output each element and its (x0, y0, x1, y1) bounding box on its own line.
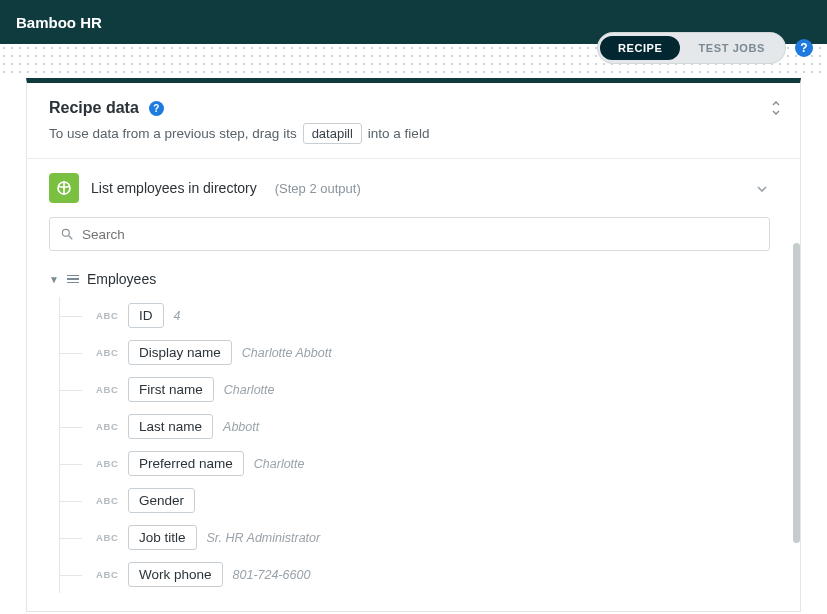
field-row: ABCGender (96, 482, 778, 519)
panel-body: List employees in directory (Step 2 outp… (27, 159, 800, 611)
panel-sub-post: into a field (368, 126, 430, 141)
view-switch: RECIPE TEST JOBS (598, 33, 785, 63)
app-title: Bamboo HR (16, 14, 102, 31)
datapill-chip: datapill (303, 123, 362, 144)
datapill[interactable]: Gender (128, 488, 195, 513)
field-row: ABCFirst nameCharlotte (96, 371, 778, 408)
bamboo-connector-icon (49, 173, 79, 203)
recipe-data-panel: Recipe data ? To use data from a previou… (26, 78, 801, 612)
tab-test-jobs[interactable]: TEST JOBS (680, 36, 783, 60)
field-sample-value: Sr. HR Administrator (207, 531, 321, 545)
field-row: ABCDisplay nameCharlotte Abbott (96, 334, 778, 371)
field-row: ABCLast nameAbbott (96, 408, 778, 445)
list-icon (67, 275, 79, 284)
field-type-label: ABC (96, 421, 118, 432)
search-input[interactable] (82, 227, 759, 242)
field-type-label: ABC (96, 532, 118, 543)
field-sample-value: Abbott (223, 420, 259, 434)
field-type-label: ABC (96, 495, 118, 506)
datapill[interactable]: Display name (128, 340, 232, 365)
field-row: ABCJob titleSr. HR Administrator (96, 519, 778, 556)
tree-root-label: Employees (87, 271, 156, 287)
step-row[interactable]: List employees in directory (Step 2 outp… (27, 159, 800, 213)
datapill[interactable]: Preferred name (128, 451, 244, 476)
field-type-label: ABC (96, 569, 118, 580)
panel-header: Recipe data ? To use data from a previou… (27, 83, 800, 159)
field-type-label: ABC (96, 458, 118, 469)
panel-sub-pre: To use data from a previous step, drag i… (49, 126, 297, 141)
search-input-wrap[interactable] (49, 217, 770, 251)
tree-children: ABCID4ABCDisplay nameCharlotte AbbottABC… (59, 297, 778, 593)
field-sample-value: 4 (174, 309, 181, 323)
scrollbar[interactable] (793, 243, 800, 543)
step-output-tag: (Step 2 output) (275, 181, 361, 196)
field-type-label: ABC (96, 384, 118, 395)
datapill[interactable]: Work phone (128, 562, 223, 587)
field-row: ABCWork phone801-724-6600 (96, 556, 778, 593)
field-row: ABCPreferred nameCharlotte (96, 445, 778, 482)
help-icon[interactable]: ? (795, 39, 813, 57)
chevron-down-icon[interactable] (756, 181, 778, 196)
panel-subtitle: To use data from a previous step, drag i… (49, 123, 778, 144)
panel-title: Recipe data (49, 99, 139, 117)
datapill[interactable]: First name (128, 377, 214, 402)
datapill[interactable]: Job title (128, 525, 197, 550)
expand-collapse-icon[interactable] (770, 101, 782, 118)
info-icon[interactable]: ? (149, 101, 164, 116)
field-type-label: ABC (96, 310, 118, 321)
field-row: ABCID4 (96, 297, 778, 334)
svg-point-1 (62, 229, 69, 236)
field-type-label: ABC (96, 347, 118, 358)
caret-down-icon: ▼ (49, 274, 59, 285)
decorative-band: RECIPE TEST JOBS ? (0, 44, 827, 78)
field-sample-value: Charlotte (224, 383, 275, 397)
tab-recipe[interactable]: RECIPE (600, 36, 681, 60)
field-sample-value: Charlotte (254, 457, 305, 471)
step-label: List employees in directory (91, 180, 257, 196)
field-sample-value: Charlotte Abbott (242, 346, 332, 360)
data-tree: ▼ Employees ABCID4ABCDisplay nameCharlot… (27, 261, 800, 611)
field-sample-value: 801-724-6600 (233, 568, 311, 582)
svg-line-2 (69, 236, 73, 240)
datapill[interactable]: ID (128, 303, 164, 328)
tree-root-employees[interactable]: ▼ Employees (49, 267, 778, 291)
datapill[interactable]: Last name (128, 414, 213, 439)
search-icon (60, 227, 74, 241)
